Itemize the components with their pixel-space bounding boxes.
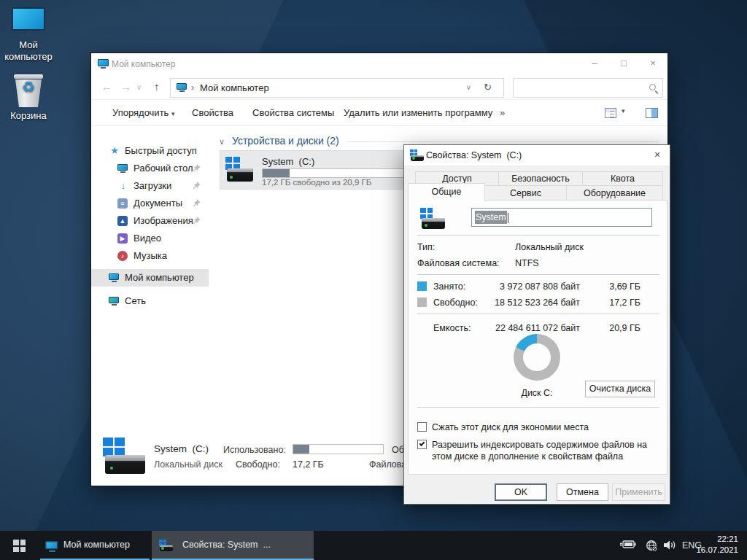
desktop-icon-recycle-bin[interactable]: ♻ Корзина [0, 74, 60, 121]
address-dropdown-chevron-icon[interactable]: ∨ [466, 83, 471, 91]
compress-checkbox-label[interactable]: Сжать этот диск для экономии места [432, 421, 657, 433]
free-legend-swatch [417, 298, 427, 307]
dropdown-icon: ▾ [171, 110, 175, 117]
toolbar-organize-button[interactable]: Упорядочить ▾ [112, 107, 175, 118]
tab-security[interactable]: Безопасность [498, 171, 583, 186]
sidebar-item-network[interactable]: Сеть [91, 292, 209, 310]
back-button[interactable]: ← [101, 80, 112, 93]
downloads-icon: ↓ [117, 180, 129, 192]
music-icon: ♪ [117, 251, 128, 261]
address-location-icon [177, 83, 187, 92]
separator [417, 407, 659, 408]
volume-label-input[interactable]: System [471, 208, 652, 227]
my-computer-icon [12, 7, 45, 36]
navigation-pane: ★ Быстрый доступ Рабочий стол ↓ Загрузки… [91, 126, 209, 435]
capacity-gb: 20,9 ГБ [584, 323, 640, 333]
maximize-button[interactable]: □ [609, 53, 638, 75]
recent-locations-chevron-icon[interactable]: ∨ [136, 83, 142, 91]
up-button[interactable]: ↑ [154, 80, 160, 93]
toolbar-overflow-icon[interactable]: » [500, 107, 505, 118]
network-globe-icon[interactable] [646, 540, 658, 552]
index-checkbox[interactable] [417, 440, 427, 449]
sidebar-item-music[interactable]: ♪ Музыка [91, 247, 209, 265]
used-legend-swatch [417, 281, 427, 291]
explorer-titlebar[interactable]: Мой компьютер – □ × [91, 53, 667, 75]
window-title: Мой компьютер [112, 59, 175, 69]
taskbar: Мой компьютер Свойства: System ... [0, 531, 747, 560]
group-header-rule [347, 141, 659, 142]
taskbar-item-properties[interactable]: Свойства: System ... [152, 531, 314, 560]
refresh-icon[interactable]: ↻ [484, 82, 492, 93]
free-label: Свободно: [433, 298, 478, 308]
pin-icon [192, 181, 201, 190]
search-input[interactable] [513, 78, 663, 98]
close-button[interactable]: × [638, 53, 667, 75]
text-caret [508, 213, 508, 223]
drive-tile-system-c[interactable]: System (C:) 17,2 ГБ свободно из 20,9 ГБ [220, 150, 420, 190]
group-header[interactable]: ∨ Устройства и диски (2) [219, 135, 339, 147]
dialog-close-button[interactable]: × [645, 145, 670, 166]
disk-usage-donut-chart [514, 334, 560, 381]
cancel-button[interactable]: Отмена [557, 483, 608, 501]
selected-drive-icon [103, 438, 145, 475]
sidebar-item-videos[interactable]: ▶ Видео [91, 230, 209, 247]
compress-checkbox[interactable] [417, 422, 427, 432]
desktop-icon-my-computer[interactable]: Мой компьютер [0, 7, 60, 63]
general-tab-page: System Тип: Локальный диск Файловая сист… [408, 200, 667, 475]
battery-icon[interactable] [620, 540, 636, 550]
quick-access-star-icon: ★ [109, 145, 120, 157]
dialog-icon [410, 149, 424, 161]
view-mode-icon[interactable] [605, 108, 616, 118]
breadcrumb[interactable]: Мой компьютер [200, 82, 269, 93]
sidebar-item-desktop[interactable]: Рабочий стол [91, 160, 209, 177]
clock[interactable]: 22:21 16.07.2021 [687, 534, 738, 556]
recycle-bin-icon: ♻ [14, 74, 43, 108]
start-button[interactable] [0, 531, 35, 560]
drive-usage-bar [262, 168, 415, 178]
sidebar-item-my-computer[interactable]: Мой компьютер [91, 269, 209, 287]
sidebar-item-pictures[interactable]: ▲ Изображения [91, 212, 209, 230]
toolbar-uninstall-button[interactable]: Удалить или изменить программу [344, 107, 492, 118]
used-gb: 3,69 ГБ [584, 281, 640, 292]
sidebar-item-quick-access[interactable]: ★ Быстрый доступ [91, 142, 209, 160]
details-free-value: 17,2 ГБ [293, 459, 324, 470]
details-drive-type: Локальный диск [154, 459, 222, 470]
separator [417, 235, 659, 236]
sidebar-item-downloads[interactable]: ↓ Загрузки [91, 177, 209, 195]
pictures-icon: ▲ [117, 216, 128, 226]
tab-general[interactable]: Общие [408, 183, 485, 201]
taskbar-computer-icon [45, 541, 58, 552]
network-icon [109, 297, 119, 306]
toolbar-system-properties-button[interactable]: Свойства системы [252, 107, 334, 118]
taskbar-drive-icon [159, 540, 173, 551]
tab-hardware[interactable]: Оборудование [566, 185, 663, 201]
clock-date: 16.07.2021 [687, 545, 738, 556]
separator [417, 274, 659, 275]
drive-icon [225, 157, 253, 183]
details-usage-bar [293, 444, 384, 454]
minimize-button[interactable]: – [580, 53, 609, 75]
apply-button[interactable]: Применить [612, 483, 665, 501]
search-icon[interactable] [649, 84, 656, 90]
drive-name: System (C:) [262, 156, 314, 167]
taskbar-item-my-computer[interactable]: Мой компьютер [40, 531, 150, 560]
forward-button[interactable]: → [120, 80, 131, 93]
ok-button[interactable]: OK [495, 483, 547, 501]
tab-tools[interactable]: Сервис [484, 185, 567, 201]
disk-cleanup-button[interactable]: Очистка диска [585, 381, 655, 397]
used-bytes: 3 972 087 808 байт [481, 281, 580, 292]
recycle-symbol-icon: ♻ [14, 79, 43, 94]
sidebar-item-documents[interactable]: ≡ Документы [91, 195, 209, 212]
dialog-titlebar[interactable]: Свойства: System (C:) × [404, 145, 670, 166]
desktop-icon-label: Корзина [0, 110, 60, 121]
desktop-icon-label: Мой компьютер [0, 39, 60, 63]
group-collapse-chevron-icon[interactable]: ∨ [219, 137, 225, 146]
tab-quota[interactable]: Квота [582, 171, 663, 186]
address-bar[interactable]: › Мой компьютер ∨ ↻ [170, 78, 504, 98]
toolbar-properties-button[interactable]: Свойства [192, 107, 233, 118]
speaker-icon[interactable] [663, 540, 677, 551]
type-label: Тип: [417, 242, 435, 252]
view-mode-dropdown-icon[interactable]: ▾ [622, 107, 625, 114]
index-checkbox-label[interactable]: Разрешить индексировать содержимое файло… [432, 439, 657, 462]
preview-pane-icon[interactable] [646, 108, 658, 118]
